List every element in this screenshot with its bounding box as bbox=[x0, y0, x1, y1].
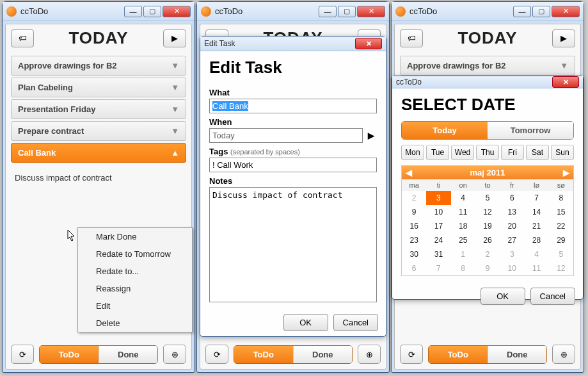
add-button[interactable]: ⊕ bbox=[358, 345, 381, 364]
when-picker-button[interactable]: ▶ bbox=[365, 131, 377, 140]
close-button[interactable]: ✕ bbox=[357, 6, 385, 17]
cal-day[interactable]: 9 bbox=[475, 261, 500, 275]
tomorrow-button[interactable]: Tomorrow bbox=[488, 122, 573, 139]
cal-day[interactable]: 29 bbox=[549, 233, 573, 247]
cancel-button[interactable]: Cancel bbox=[530, 288, 575, 305]
cal-day[interactable]: 25 bbox=[451, 233, 475, 247]
cal-day[interactable]: 3 bbox=[426, 191, 450, 205]
task-row[interactable]: Presentation Friday▼ bbox=[11, 99, 186, 119]
today-button[interactable]: Today bbox=[402, 122, 488, 139]
cal-day[interactable]: 3 bbox=[500, 247, 524, 261]
close-button[interactable]: ✕ bbox=[163, 6, 191, 17]
tab-todo[interactable]: ToDo bbox=[234, 346, 294, 363]
maximize-button[interactable]: ▢ bbox=[532, 6, 550, 17]
cal-day[interactable]: 21 bbox=[524, 219, 548, 233]
ctx-reassign[interactable]: Reassign bbox=[78, 280, 192, 297]
cal-day[interactable]: 13 bbox=[500, 205, 524, 219]
cal-day[interactable]: 24 bbox=[426, 233, 450, 247]
cal-day[interactable]: 27 bbox=[500, 233, 524, 247]
cal-day[interactable]: 22 bbox=[549, 219, 573, 233]
ctx-delete[interactable]: Delete bbox=[78, 315, 192, 332]
tab-todo[interactable]: ToDo bbox=[429, 346, 488, 363]
notes-input[interactable] bbox=[209, 187, 377, 302]
day-mon[interactable]: Mon bbox=[401, 145, 424, 160]
minimize-button[interactable]: — bbox=[513, 6, 531, 17]
day-fri[interactable]: Fri bbox=[501, 145, 524, 160]
cal-day[interactable]: 20 bbox=[500, 219, 524, 233]
cal-day[interactable]: 10 bbox=[426, 205, 450, 219]
play-button[interactable]: ▶ bbox=[552, 29, 575, 47]
ok-button[interactable]: OK bbox=[283, 314, 328, 331]
refresh-button[interactable]: ⟳ bbox=[400, 345, 423, 364]
tab-done[interactable]: Done bbox=[99, 346, 158, 363]
cal-day[interactable]: 6 bbox=[500, 191, 524, 205]
play-button[interactable]: ▶ bbox=[163, 29, 186, 47]
add-button[interactable]: ⊕ bbox=[163, 345, 186, 364]
task-row[interactable]: Approve drawings for B2▼ bbox=[400, 56, 575, 76]
cal-day[interactable]: 17 bbox=[426, 219, 450, 233]
cal-prev-button[interactable]: ◀ bbox=[402, 168, 416, 177]
titlebar[interactable]: ccToDo — ▢ ✕ bbox=[392, 2, 584, 21]
cal-day[interactable]: 19 bbox=[475, 219, 500, 233]
tag-button[interactable]: 🏷 bbox=[400, 29, 423, 47]
tags-input[interactable] bbox=[209, 158, 377, 172]
cal-day[interactable]: 7 bbox=[426, 261, 450, 275]
cal-day[interactable]: 2 bbox=[402, 191, 426, 205]
cal-day[interactable]: 23 bbox=[402, 233, 426, 247]
ctx-redate-to[interactable]: Redate to... bbox=[78, 263, 192, 280]
ctx-mark-done[interactable]: Mark Done bbox=[78, 228, 192, 245]
day-sun[interactable]: Sun bbox=[551, 145, 574, 160]
when-input[interactable]: Today bbox=[209, 128, 363, 143]
cal-day[interactable]: 26 bbox=[475, 233, 500, 247]
close-button[interactable]: ✕ bbox=[552, 6, 580, 17]
cal-day[interactable]: 7 bbox=[524, 191, 548, 205]
day-wed[interactable]: Wed bbox=[451, 145, 474, 160]
cal-day[interactable]: 2 bbox=[475, 247, 500, 261]
day-tue[interactable]: Tue bbox=[426, 145, 449, 160]
cal-day[interactable]: 14 bbox=[524, 205, 548, 219]
task-row[interactable]: Approve drawings for B2▼ bbox=[11, 56, 186, 76]
cal-day[interactable]: 11 bbox=[451, 205, 475, 219]
cal-day[interactable]: 12 bbox=[475, 205, 500, 219]
tab-todo[interactable]: ToDo bbox=[40, 346, 99, 363]
maximize-button[interactable]: ▢ bbox=[338, 6, 356, 17]
what-input[interactable]: Call Bank bbox=[209, 99, 377, 113]
cal-day[interactable]: 4 bbox=[451, 191, 475, 205]
titlebar[interactable]: ccToDo — ▢ ✕ bbox=[3, 2, 195, 21]
tag-button[interactable]: 🏷 bbox=[11, 29, 34, 47]
ctx-redate-tomorrow[interactable]: Redate to Tomorrow bbox=[78, 245, 192, 263]
cal-day[interactable]: 18 bbox=[451, 219, 475, 233]
cal-next-button[interactable]: ▶ bbox=[559, 168, 573, 177]
minimize-button[interactable]: — bbox=[319, 6, 337, 17]
cal-day[interactable]: 8 bbox=[451, 261, 475, 275]
dialog-close-button[interactable]: ✕ bbox=[355, 38, 382, 49]
add-button[interactable]: ⊕ bbox=[552, 345, 575, 364]
cancel-button[interactable]: Cancel bbox=[333, 314, 378, 331]
refresh-button[interactable]: ⟳ bbox=[11, 345, 34, 364]
cal-day[interactable]: 8 bbox=[549, 191, 573, 205]
maximize-button[interactable]: ▢ bbox=[143, 6, 161, 17]
cal-day[interactable]: 16 bbox=[402, 219, 426, 233]
cal-day[interactable]: 12 bbox=[549, 261, 573, 275]
ctx-edit[interactable]: Edit bbox=[78, 297, 192, 315]
titlebar[interactable]: ccToDo — ▢ ✕ bbox=[197, 2, 389, 21]
dialog-close-button[interactable]: ✕ bbox=[552, 76, 579, 88]
cal-day[interactable]: 30 bbox=[402, 247, 426, 261]
task-row[interactable]: Plan Cabeling▼ bbox=[11, 78, 186, 97]
dialog-titlebar[interactable]: Edit Task ✕ bbox=[200, 37, 386, 51]
cal-day[interactable]: 10 bbox=[500, 261, 524, 275]
cal-day[interactable]: 28 bbox=[524, 233, 548, 247]
tab-done[interactable]: Done bbox=[294, 346, 353, 363]
refresh-button[interactable]: ⟳ bbox=[205, 345, 228, 364]
cal-day[interactable]: 1 bbox=[451, 247, 475, 261]
task-row[interactable]: Prepare contract▼ bbox=[11, 121, 186, 141]
dialog-titlebar[interactable]: ccToDo ✕ bbox=[392, 76, 583, 88]
cal-day[interactable]: 11 bbox=[524, 261, 548, 275]
cal-day[interactable]: 5 bbox=[549, 247, 573, 261]
tab-done[interactable]: Done bbox=[488, 346, 547, 363]
cal-day[interactable]: 31 bbox=[426, 247, 450, 261]
cal-day[interactable]: 5 bbox=[475, 191, 500, 205]
day-thu[interactable]: Thu bbox=[476, 145, 499, 160]
day-sat[interactable]: Sat bbox=[526, 145, 549, 160]
cal-day[interactable]: 4 bbox=[524, 247, 548, 261]
